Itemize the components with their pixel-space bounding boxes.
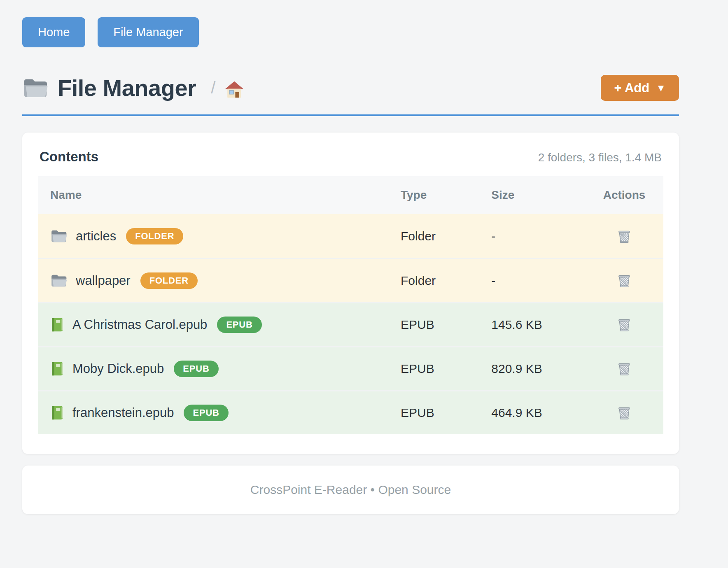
footer-text: CrossPoint E-Reader • Open Source xyxy=(250,483,451,496)
file-actions-cell xyxy=(585,360,663,378)
nav-file-manager-button[interactable]: File Manager xyxy=(98,17,198,47)
delete-button[interactable] xyxy=(615,360,634,378)
column-header-size: Size xyxy=(491,189,585,202)
contents-card: Contents 2 folders, 3 files, 1.4 MB Name… xyxy=(22,133,679,454)
delete-button[interactable] xyxy=(615,316,634,334)
trash-icon xyxy=(616,405,632,420)
house-icon[interactable] xyxy=(224,77,244,99)
file-type-badge: EPUB xyxy=(217,317,261,333)
file-actions-cell xyxy=(585,272,663,290)
file-size-cell: 145.6 KB xyxy=(491,318,585,332)
delete-button[interactable] xyxy=(615,227,634,245)
page: Home File Manager File Manager / xyxy=(22,0,679,514)
file-size-cell: - xyxy=(491,274,585,288)
book-icon xyxy=(50,405,64,421)
contents-heading: Contents xyxy=(40,149,98,165)
column-header-actions: Actions xyxy=(585,189,663,202)
book-icon xyxy=(50,317,64,333)
file-name-cell: frankenstein.epub EPUB xyxy=(38,405,401,421)
file-type-badge: EPUB xyxy=(184,405,228,421)
file-type-cell: EPUB xyxy=(401,362,491,376)
file-table: Name Type Size Actions articles FOLDER F… xyxy=(38,176,663,434)
column-header-name: Name xyxy=(38,189,401,202)
add-button[interactable]: + Add ▼ xyxy=(601,75,679,101)
column-header-type: Type xyxy=(401,189,491,202)
file-type-cell: EPUB xyxy=(401,406,491,420)
caret-down-icon: ▼ xyxy=(656,83,666,93)
add-button-label: + Add xyxy=(614,81,649,94)
table-body: articles FOLDER Folder - xyxy=(38,214,663,434)
file-size-cell: 820.9 KB xyxy=(491,362,585,376)
trash-icon xyxy=(616,317,632,332)
table-row: frankenstein.epub EPUB EPUB 464.9 KB xyxy=(38,390,663,434)
title-divider xyxy=(22,114,679,116)
folder-icon xyxy=(50,228,68,244)
page-header: File Manager / + Add ▼ xyxy=(22,74,679,101)
file-type-cell: Folder xyxy=(401,229,491,243)
page-title: File Manager xyxy=(58,74,196,101)
file-name-cell: Moby Dick.epub EPUB xyxy=(38,361,401,377)
file-name-link[interactable]: Moby Dick.epub xyxy=(72,361,164,376)
file-name-link[interactable]: articles xyxy=(76,229,116,244)
file-actions-cell xyxy=(585,316,663,334)
breadcrumb-separator: / xyxy=(211,79,215,97)
file-name-cell: articles FOLDER xyxy=(38,228,401,244)
nav-home-button[interactable]: Home xyxy=(22,17,85,47)
file-type-cell: Folder xyxy=(401,274,491,288)
table-row: Moby Dick.epub EPUB EPUB 820.9 KB xyxy=(38,346,663,390)
footer: CrossPoint E-Reader • Open Source xyxy=(22,466,679,514)
table-row: articles FOLDER Folder - xyxy=(38,214,663,258)
file-type-badge: FOLDER xyxy=(140,272,198,289)
title-wrap: File Manager / xyxy=(22,74,244,101)
file-size-cell: 464.9 KB xyxy=(491,406,585,420)
file-size-cell: - xyxy=(491,229,585,243)
folder-icon xyxy=(50,273,68,289)
file-type-badge: EPUB xyxy=(174,361,218,377)
delete-button[interactable] xyxy=(615,404,634,422)
table-row: A Christmas Carol.epub EPUB EPUB 145.6 K… xyxy=(38,302,663,346)
contents-card-header: Contents 2 folders, 3 files, 1.4 MB xyxy=(38,149,663,165)
file-type-badge: FOLDER xyxy=(126,228,183,244)
delete-button[interactable] xyxy=(615,272,634,290)
file-name-link[interactable]: frankenstein.epub xyxy=(72,405,174,420)
book-icon xyxy=(50,361,64,377)
file-name-link[interactable]: wallpaper xyxy=(76,273,131,288)
table-header-row: Name Type Size Actions xyxy=(38,176,663,214)
trash-icon xyxy=(616,229,632,244)
folder-icon xyxy=(22,77,49,100)
top-nav: Home File Manager xyxy=(22,17,679,47)
trash-icon xyxy=(616,273,632,288)
file-name-link[interactable]: A Christmas Carol.epub xyxy=(72,317,207,332)
file-actions-cell xyxy=(585,227,663,245)
file-actions-cell xyxy=(585,404,663,422)
file-name-cell: A Christmas Carol.epub EPUB xyxy=(38,317,401,333)
file-name-cell: wallpaper FOLDER xyxy=(38,272,401,289)
file-type-cell: EPUB xyxy=(401,318,491,332)
trash-icon xyxy=(616,361,632,376)
contents-summary: 2 folders, 3 files, 1.4 MB xyxy=(538,151,662,164)
table-row: wallpaper FOLDER Folder - xyxy=(38,258,663,302)
